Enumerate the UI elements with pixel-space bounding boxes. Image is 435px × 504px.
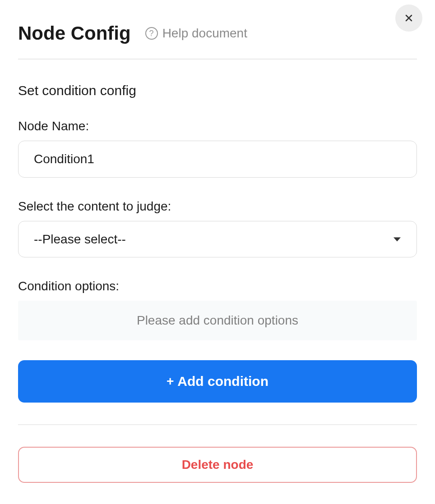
content-judge-select[interactable]: --Please select--: [18, 221, 417, 257]
help-icon: ?: [145, 27, 158, 40]
page-title: Node Config: [18, 23, 131, 44]
header: Node Config ? Help document: [18, 23, 417, 44]
section-label: Set condition config: [18, 83, 417, 98]
plus-icon: +: [167, 374, 174, 389]
bottom-divider: [18, 424, 417, 425]
add-condition-label: Add condition: [177, 374, 268, 389]
help-document-link[interactable]: ? Help document: [145, 26, 247, 41]
close-button[interactable]: [395, 5, 422, 32]
help-label: Help document: [162, 26, 247, 41]
node-name-input[interactable]: [18, 141, 417, 178]
delete-node-button[interactable]: Delete node: [18, 447, 417, 483]
add-condition-button[interactable]: + Add condition: [18, 360, 417, 403]
close-icon: [403, 13, 414, 23]
condition-options-empty: Please add condition options: [18, 301, 417, 340]
node-name-label: Node Name:: [18, 119, 417, 133]
condition-options-label: Condition options:: [18, 279, 417, 293]
header-divider: [18, 59, 417, 60]
content-judge-label: Select the content to judge:: [18, 199, 417, 214]
